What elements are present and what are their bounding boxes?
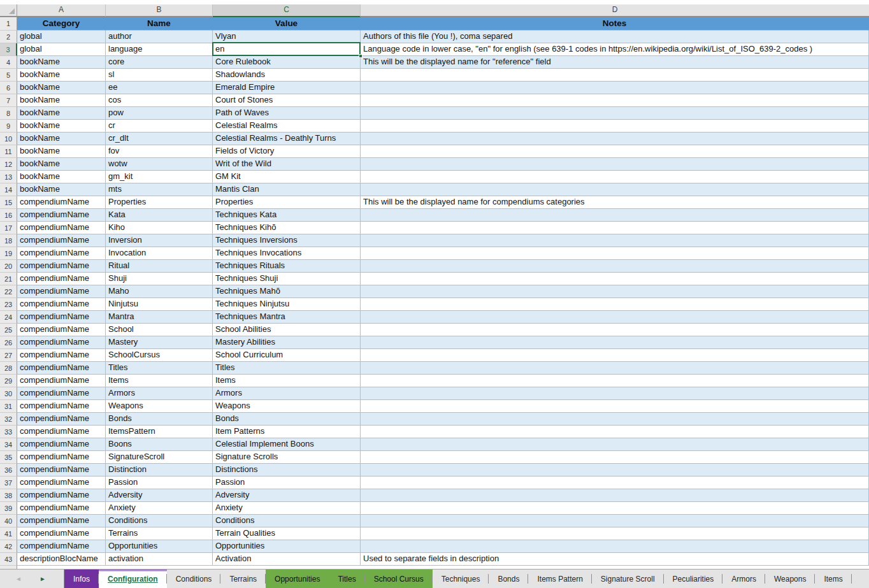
cell-D27[interactable] (361, 349, 869, 362)
cell-D9[interactable] (361, 120, 869, 133)
cell-C29[interactable]: Items (213, 375, 361, 387)
cell-A21[interactable]: compendiumName (17, 273, 106, 285)
cell-A18[interactable]: compendiumName (17, 234, 106, 247)
cell-B5[interactable]: sl (106, 69, 213, 82)
cell-B23[interactable]: Ninjutsu (106, 298, 213, 311)
cell-A26[interactable]: compendiumName (17, 336, 106, 349)
cell-A34[interactable]: compendiumName (17, 438, 106, 451)
cell-C16[interactable]: Techniques Kata (213, 209, 361, 222)
cell-C12[interactable]: Writ of the Wild (213, 158, 361, 171)
cell-D25[interactable] (361, 324, 869, 336)
cell-C4[interactable]: Core Rulebook (213, 56, 361, 69)
cell-D21[interactable] (361, 273, 869, 285)
cell-B43[interactable]: activation (106, 553, 213, 566)
cell-C5[interactable]: Shadowlands (213, 69, 361, 82)
cell-C37[interactable]: Passion (213, 477, 361, 489)
row-header-12[interactable]: 12 (0, 158, 17, 171)
cell-C26[interactable]: Mastery Abilities (213, 336, 361, 349)
cell-C43[interactable]: Activation (213, 553, 361, 566)
cell-C20[interactable]: Techniques Rituals (213, 260, 361, 273)
cell-A7[interactable]: bookName (17, 94, 106, 107)
column-header-B[interactable]: B (106, 4, 213, 17)
cell-A13[interactable]: bookName (17, 171, 106, 183)
cell-A43[interactable]: descriptionBlocName (17, 553, 106, 566)
cell-C25[interactable]: School Abilities (213, 324, 361, 336)
header-cell-notes[interactable]: Notes (361, 17, 869, 31)
column-header-C[interactable]: C (213, 4, 361, 17)
cell-A6[interactable]: bookName (17, 82, 106, 94)
row-header-5[interactable]: 5 (0, 69, 17, 82)
cell-A31[interactable]: compendiumName (17, 400, 106, 413)
cell-D8[interactable] (361, 107, 869, 120)
cell-C19[interactable]: Techniques Invocations (213, 247, 361, 260)
cell-D32[interactable] (361, 413, 869, 426)
cell-C38[interactable]: Adversity (213, 489, 361, 502)
cell-B20[interactable]: Ritual (106, 260, 213, 273)
cell-B17[interactable]: Kiho (106, 222, 213, 234)
cell-B24[interactable]: Mantra (106, 311, 213, 324)
row-header-16[interactable]: 16 (0, 209, 17, 222)
cell-A22[interactable]: compendiumName (17, 285, 106, 298)
cell-A32[interactable]: compendiumName (17, 413, 106, 426)
cell-C42[interactable]: Opportunities (213, 540, 361, 553)
cell-D17[interactable] (361, 222, 869, 234)
cell-D3[interactable]: Language code in lower case, "en" for en… (361, 43, 869, 56)
cell-C6[interactable]: Emerald Empire (213, 82, 361, 94)
cell-D15[interactable]: This will be the displayed name for comp… (361, 196, 869, 209)
cell-B18[interactable]: Inversion (106, 234, 213, 247)
cell-A5[interactable]: bookName (17, 69, 106, 82)
row-header-9[interactable]: 9 (0, 120, 17, 133)
cell-B4[interactable]: core (106, 56, 213, 69)
row-header-43[interactable]: 43 (0, 553, 17, 566)
column-header-D[interactable]: D (361, 4, 869, 17)
row-header-41[interactable]: 41 (0, 527, 17, 540)
cell-D20[interactable] (361, 260, 869, 273)
row-header-23[interactable]: 23 (0, 298, 17, 311)
cell-D4[interactable]: This will be the displayed name for "ref… (361, 56, 869, 69)
cell-D5[interactable] (361, 69, 869, 82)
sheet-tab-school-cursus[interactable]: School Cursus (365, 570, 433, 588)
row-header-22[interactable]: 22 (0, 285, 17, 298)
row-header-42[interactable]: 42 (0, 540, 17, 553)
row-header-40[interactable]: 40 (0, 515, 17, 527)
row-header-30[interactable]: 30 (0, 387, 17, 400)
cell-A20[interactable]: compendiumName (17, 260, 106, 273)
select-all-corner[interactable] (0, 4, 17, 17)
row-header-25[interactable]: 25 (0, 324, 17, 336)
cell-C10[interactable]: Celestial Realms - Deathly Turns (213, 133, 361, 145)
cell-A19[interactable]: compendiumName (17, 247, 106, 260)
cell-D41[interactable] (361, 527, 869, 540)
row-header-33[interactable]: 33 (0, 426, 17, 438)
cell-C13[interactable]: GM Kit (213, 171, 361, 183)
cell-C41[interactable]: Terrain Qualities (213, 527, 361, 540)
cell-A3[interactable]: global (17, 43, 106, 56)
cell-C11[interactable]: Fields of Victory (213, 145, 361, 158)
cell-C36[interactable]: Distinctions (213, 464, 361, 477)
cell-A2[interactable]: global (17, 31, 106, 43)
cell-B16[interactable]: Kata (106, 209, 213, 222)
cell-D26[interactable] (361, 336, 869, 349)
cell-B10[interactable]: cr_dlt (106, 133, 213, 145)
cell-B35[interactable]: SignatureScroll (106, 451, 213, 464)
cell-B40[interactable]: Conditions (106, 515, 213, 527)
cell-A29[interactable]: compendiumName (17, 375, 106, 387)
cell-B25[interactable]: School (106, 324, 213, 336)
tab-scroll-left-icon[interactable]: ◄ (15, 576, 22, 582)
cell-B13[interactable]: gm_kit (106, 171, 213, 183)
row-header-28[interactable]: 28 (0, 362, 17, 375)
cell-C39[interactable]: Anxiety (213, 502, 361, 515)
cell-A35[interactable]: compendiumName (17, 451, 106, 464)
sheet-tab-weapons[interactable]: Weapons (765, 570, 815, 588)
sheet-tab-peculiarities[interactable]: Peculiarities (664, 570, 723, 588)
cell-A9[interactable]: bookName (17, 120, 106, 133)
cell-B36[interactable]: Distinction (106, 464, 213, 477)
row-header-27[interactable]: 27 (0, 349, 17, 362)
cell-B14[interactable]: mts (106, 183, 213, 196)
fill-handle[interactable] (359, 54, 363, 58)
cell-B41[interactable]: Terrains (106, 527, 213, 540)
sheet-tab-titles[interactable]: Titles (329, 570, 364, 588)
cell-D23[interactable] (361, 298, 869, 311)
cell-B22[interactable]: Maho (106, 285, 213, 298)
row-header-13[interactable]: 13 (0, 171, 17, 183)
cell-D42[interactable] (361, 540, 869, 553)
